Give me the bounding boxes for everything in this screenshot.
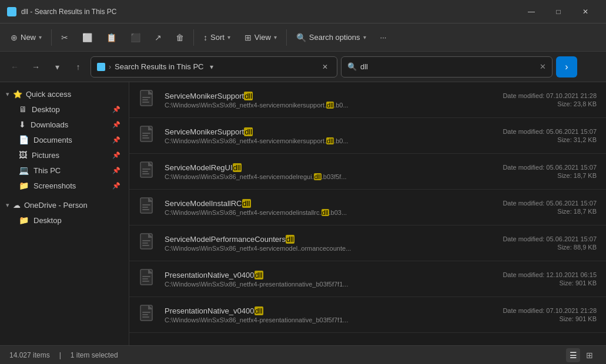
new-label: New	[21, 33, 36, 42]
up-button[interactable]: ↑	[69, 58, 87, 76]
onedrive-desktop-icon: 📁	[19, 215, 29, 225]
file-size: Size: 901 KB	[503, 279, 597, 287]
file-list: ServiceMonikerSupportdll C:\Windows\WinS…	[129, 82, 606, 345]
svg-rect-1	[142, 97, 150, 98]
file-info: ServiceModelInstallRCdll C:\Windows\WinS…	[165, 199, 495, 216]
sort-button[interactable]: ↕ Sort ▾	[197, 29, 236, 46]
view-chevron-icon: ▾	[274, 34, 277, 41]
recent-locations-button[interactable]: ▾	[48, 58, 66, 76]
sort-icon: ↕	[203, 33, 207, 42]
file-meta: Date modified: 05.06.2021 15:07 Size: 88…	[503, 235, 597, 251]
file-icon	[139, 267, 158, 291]
file-size: Size: 901 KB	[503, 315, 597, 322]
desktop-icon: 🖥	[19, 105, 27, 114]
file-row[interactable]: ServiceModelPerformanceCountersdll C:\Wi…	[129, 225, 606, 261]
search-clear-button[interactable]: ✕	[540, 62, 546, 71]
file-icon	[139, 160, 158, 183]
svg-rect-23	[142, 281, 149, 282]
share-button[interactable]: ↗	[149, 29, 168, 46]
search-bar[interactable]: 🔍 ✕	[341, 56, 553, 77]
sort-chevron-icon: ▾	[227, 34, 230, 41]
sidebar-item-this-pc-label: This PC	[34, 166, 61, 175]
file-info: ServiceMonikerSupportdll C:\Windows\WinS…	[165, 127, 495, 144]
share-icon: ↗	[155, 33, 162, 42]
divider-2	[193, 29, 194, 46]
view-icon: ⊞	[245, 33, 252, 42]
app-icon	[7, 7, 16, 16]
new-button[interactable]: ⊕ New ▾	[5, 29, 48, 46]
minimize-button[interactable]: —	[518, 2, 545, 21]
paste-button[interactable]: 📋	[101, 29, 122, 46]
file-row[interactable]: ServiceMonikerSupportdll C:\Windows\WinS…	[129, 82, 606, 118]
svg-rect-26	[142, 314, 148, 315]
sort-label: Sort	[210, 33, 225, 42]
file-icon	[139, 303, 158, 326]
sidebar-item-downloads[interactable]: ⬇ Downloads 📌	[2, 117, 126, 132]
file-row[interactable]: ServiceMonikerSupportdll C:\Windows\WinS…	[129, 118, 606, 154]
list-view-button[interactable]: ☰	[566, 348, 580, 362]
pictures-icon: 🖼	[19, 150, 27, 160]
back-button[interactable]: ←	[6, 58, 24, 76]
maximize-button[interactable]: □	[545, 2, 572, 21]
file-size: Size: 18,7 KB	[503, 208, 597, 215]
copy-button[interactable]: ⬜	[76, 29, 98, 46]
onedrive-section: ▾ ☁ OneDrive - Person 📁 Desktop	[0, 198, 129, 228]
file-row[interactable]: ServiceModelInstallRCdll C:\Windows\WinS…	[129, 190, 606, 225]
sidebar-item-documents-label: Documents	[34, 136, 72, 144]
onedrive-icon: ☁	[13, 201, 21, 210]
sidebar-item-onedrive-desktop[interactable]: 📁 Desktop	[2, 213, 126, 228]
file-modified: Date modified: 05.06.2021 15:07	[503, 200, 597, 207]
grid-view-button[interactable]: ⊞	[582, 348, 597, 362]
search-input[interactable]	[360, 62, 536, 71]
breadcrumb-bar[interactable]: › Search Results in This PC ▾ ✕	[91, 56, 337, 77]
cut-button[interactable]: ✂	[55, 29, 74, 46]
copy-icon: ⬜	[82, 33, 92, 42]
file-icon	[139, 124, 158, 147]
file-path: C:\Windows\WinSxS\x86_netfx4-servicemoni…	[165, 102, 495, 109]
sidebar-item-pictures[interactable]: 🖼 Pictures 📌	[2, 147, 126, 163]
new-icon: ⊕	[11, 33, 18, 42]
file-icon	[139, 88, 158, 112]
sidebar-item-onedrive-desktop-label: Desktop	[34, 216, 62, 225]
delete-button[interactable]: 🗑	[170, 29, 190, 46]
file-row[interactable]: ServiceModelRegUIdll C:\Windows\WinSxS\x…	[129, 154, 606, 190]
file-size: Size: 88,9 KB	[503, 244, 597, 251]
file-row[interactable]: PresentationNative_v0400dll C:\Windows\W…	[129, 261, 606, 297]
svg-rect-2	[142, 99, 148, 100]
sidebar-item-documents[interactable]: 📄 Documents 📌	[2, 132, 126, 147]
file-modified: Date modified: 05.06.2021 15:07	[503, 235, 597, 242]
file-size: Size: 23,8 KB	[503, 100, 597, 107]
pin-icon: 📌	[112, 106, 120, 113]
file-name: ServiceModelRegUIdll	[165, 163, 495, 172]
file-icon	[139, 196, 158, 219]
more-button[interactable]: ···	[374, 29, 393, 45]
close-button[interactable]: ✕	[572, 2, 599, 21]
this-pc-icon: 💻	[19, 166, 29, 175]
more-label: ···	[380, 33, 387, 42]
pin-icon-3: 📌	[112, 136, 120, 144]
search-go-button[interactable]: ›	[556, 56, 577, 77]
search-icon: 🔍	[347, 62, 357, 71]
file-size: Size: 18,7 KB	[503, 172, 597, 179]
quick-access-arrow: ▾	[6, 90, 9, 98]
search-options-button[interactable]: 🔍 Search options ▾	[290, 29, 372, 46]
view-toggle: ☰ ⊞	[566, 348, 597, 362]
breadcrumb-dropdown-icon[interactable]: ▾	[210, 63, 213, 71]
sidebar-item-screenshots[interactable]: 📁 Screenshots 📌	[2, 178, 126, 193]
quick-access-header[interactable]: ▾ ⭐ Quick access	[0, 87, 129, 102]
search-options-label: Search options	[309, 33, 360, 42]
forward-button[interactable]: →	[27, 58, 45, 76]
view-button[interactable]: ⊞ View ▾	[239, 29, 283, 46]
svg-rect-19	[142, 245, 149, 246]
onedrive-header[interactable]: ▾ ☁ OneDrive - Person	[0, 198, 129, 213]
svg-rect-18	[142, 242, 148, 244]
file-row[interactable]: PresentationNative_v0400dll C:\Windows\W…	[129, 297, 606, 333]
main-content: ▾ ⭐ Quick access 🖥 Desktop 📌 ⬇ Downloads…	[0, 82, 606, 345]
sidebar-item-desktop[interactable]: 🖥 Desktop 📌	[2, 102, 126, 117]
quick-access-section: ▾ ⭐ Quick access 🖥 Desktop 📌 ⬇ Downloads…	[0, 87, 129, 193]
title-bar: dll - Search Results in This PC — □ ✕	[0, 0, 606, 23]
breadcrumb-close-button[interactable]: ✕	[319, 62, 331, 72]
new-chevron-icon: ▾	[39, 34, 42, 41]
sidebar-item-this-pc[interactable]: 💻 This PC 📌	[2, 163, 126, 178]
rename-button[interactable]: ⬛	[125, 29, 146, 46]
